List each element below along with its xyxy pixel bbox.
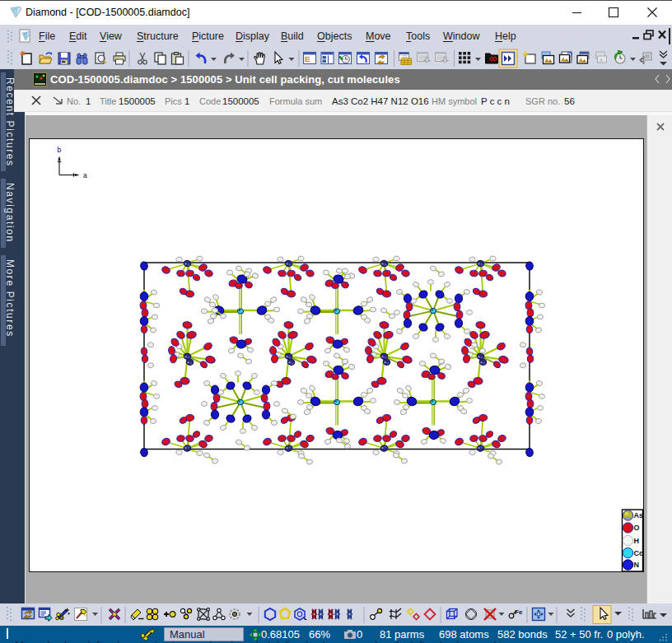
- svg-text:Fe: Fe: [515, 608, 523, 616]
- svg-text:b: b: [58, 146, 62, 154]
- svg-text:N: N: [634, 561, 640, 569]
- svg-text:a: a: [83, 171, 87, 179]
- svg-text:Co: Co: [634, 549, 644, 557]
- svg-text:O: O: [634, 524, 640, 532]
- svg-text:As: As: [634, 511, 644, 520]
- svg-text:H: H: [634, 537, 640, 545]
